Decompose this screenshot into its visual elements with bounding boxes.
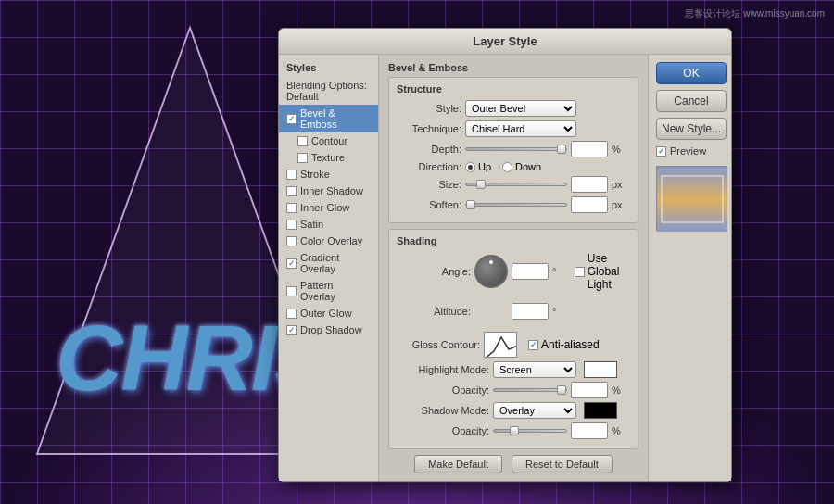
color-overlay-label: Color Overlay: [300, 235, 362, 246]
technique-label: Technique:: [397, 123, 461, 134]
highlight-opacity-label: Opacity:: [397, 384, 489, 396]
depth-slider[interactable]: [465, 147, 567, 151]
soften-label: Soften:: [397, 199, 461, 210]
highlight-opacity-slider[interactable]: [493, 388, 567, 392]
shading-title: Shading: [397, 235, 630, 246]
shading-group: Shading Angle: 90 ° Use Global Light: [388, 229, 638, 449]
preview-checkbox[interactable]: [656, 146, 666, 157]
reset-default-button[interactable]: Reset to Default: [512, 455, 613, 473]
new-style-button[interactable]: New Style...: [656, 118, 727, 140]
shadow-opacity-input[interactable]: 24: [571, 422, 608, 439]
gloss-contour-label: Gloss Contour:: [397, 339, 480, 350]
satin-label: Satin: [300, 219, 323, 230]
soften-input[interactable]: 0: [571, 196, 608, 213]
contour-checkbox[interactable]: [297, 136, 308, 146]
pattern-overlay-item[interactable]: Pattern Overlay: [279, 277, 378, 305]
drop-shadow-checkbox[interactable]: [286, 325, 297, 335]
inner-shadow-label: Inner Shadow: [300, 185, 363, 196]
layer-style-dialog: Layer Style Styles Blending Options: Def…: [278, 28, 732, 482]
depth-row: Depth: 1000 %: [397, 141, 630, 158]
use-global-light-checkbox[interactable]: [575, 267, 585, 277]
anti-aliased-label: Anti-aliased: [541, 338, 600, 351]
drop-shadow-label: Drop Shadow: [300, 324, 362, 335]
direction-down-option[interactable]: Down: [502, 161, 541, 172]
drop-shadow-item[interactable]: Drop Shadow: [279, 321, 378, 338]
style-label: Style:: [397, 103, 461, 114]
pattern-overlay-label: Pattern Overlay: [300, 280, 371, 302]
contour-item[interactable]: Contour: [279, 132, 378, 149]
outer-glow-checkbox[interactable]: [286, 309, 297, 319]
bevel-emboss-item[interactable]: Bevel & Emboss: [279, 105, 378, 132]
angle-label: Angle:: [397, 266, 471, 277]
inner-glow-checkbox[interactable]: [286, 203, 297, 213]
inner-shadow-item[interactable]: Inner Shadow: [279, 183, 378, 199]
size-input[interactable]: 5: [571, 176, 608, 193]
gloss-contour-preview[interactable]: [484, 332, 517, 358]
preview-box: [656, 166, 727, 231]
blending-options-item[interactable]: Blending Options: Default: [279, 77, 378, 105]
direction-radio-group: Up Down: [465, 161, 541, 172]
dial-dot: [489, 260, 493, 264]
gradient-overlay-checkbox[interactable]: [286, 258, 297, 269]
ok-button[interactable]: OK: [656, 62, 727, 84]
direction-up-option[interactable]: Up: [465, 161, 491, 172]
highlight-color-swatch[interactable]: [584, 361, 617, 378]
style-select[interactable]: Outer Bevel: [465, 100, 576, 117]
shadow-opacity-row: Opacity: 24 %: [397, 422, 630, 439]
bottom-buttons: Make Default Reset to Default: [388, 455, 638, 473]
blending-options-label: Blending Options: Default: [286, 80, 371, 102]
shadow-opacity-label: Opacity:: [397, 425, 489, 436]
bevel-emboss-label: Bevel & Emboss: [300, 107, 371, 130]
color-overlay-item[interactable]: Color Overlay: [279, 233, 378, 249]
highlight-opacity-row: Opacity: 100 %: [397, 382, 630, 398]
angle-dial[interactable]: [474, 255, 508, 288]
shadow-opacity-slider[interactable]: [493, 429, 567, 433]
shadow-mode-label: Shadow Mode:: [397, 405, 489, 416]
depth-label: Depth:: [397, 144, 461, 155]
highlight-mode-row: Highlight Mode: Screen: [397, 361, 630, 378]
gradient-overlay-item[interactable]: Gradient Overlay: [279, 249, 378, 277]
satin-item[interactable]: Satin: [279, 216, 378, 233]
anti-aliased-container: Anti-aliased: [528, 338, 600, 351]
direction-up-radio[interactable]: [465, 162, 475, 172]
stroke-checkbox[interactable]: [286, 170, 297, 180]
altitude-input[interactable]: 30: [512, 303, 549, 320]
bevel-emboss-checkbox[interactable]: [286, 114, 297, 124]
styles-header: Styles: [279, 58, 378, 77]
gloss-contour-row: Gloss Contour: Anti-aliased: [397, 332, 630, 358]
structure-title: Structure: [397, 83, 630, 94]
highlight-opacity-unit: %: [612, 384, 630, 396]
watermark: 思客设计论坛 www.missyuan.com: [685, 7, 825, 20]
direction-down-label: Down: [515, 161, 541, 172]
pattern-overlay-checkbox[interactable]: [286, 286, 297, 296]
shadow-mode-select[interactable]: Overlay: [493, 402, 576, 419]
highlight-mode-select[interactable]: Screen: [493, 361, 576, 378]
right-buttons-panel: OK Cancel New Style... Preview: [648, 55, 731, 481]
outer-glow-item[interactable]: Outer Glow: [279, 305, 378, 321]
satin-checkbox[interactable]: [286, 220, 297, 230]
size-slider[interactable]: [465, 183, 567, 186]
texture-item[interactable]: Texture: [279, 149, 378, 166]
direction-label: Direction:: [397, 161, 461, 172]
shadow-color-swatch[interactable]: [584, 402, 617, 419]
texture-checkbox[interactable]: [297, 153, 308, 163]
make-default-button[interactable]: Make Default: [414, 455, 502, 473]
highlight-opacity-input[interactable]: 100: [571, 382, 608, 398]
angle-input[interactable]: 90: [512, 263, 549, 280]
cancel-button[interactable]: Cancel: [656, 90, 727, 112]
depth-input[interactable]: 1000: [571, 141, 608, 158]
contour-label: Contour: [311, 135, 348, 146]
outer-glow-label: Outer Glow: [300, 308, 352, 319]
technique-select[interactable]: Chisel Hard: [465, 120, 576, 137]
anti-aliased-checkbox[interactable]: [528, 340, 538, 350]
stroke-item[interactable]: Stroke: [279, 166, 378, 183]
inner-glow-item[interactable]: Inner Glow: [279, 199, 378, 216]
dialog-title: Layer Style: [473, 34, 537, 48]
color-overlay-checkbox[interactable]: [286, 236, 297, 246]
altitude-unit: °: [552, 306, 571, 317]
direction-down-radio[interactable]: [502, 162, 512, 172]
global-light-container: Use Global Light: [575, 252, 630, 291]
inner-shadow-checkbox[interactable]: [286, 186, 297, 196]
altitude-label: Altitude:: [397, 306, 471, 317]
soften-slider[interactable]: [465, 203, 567, 207]
